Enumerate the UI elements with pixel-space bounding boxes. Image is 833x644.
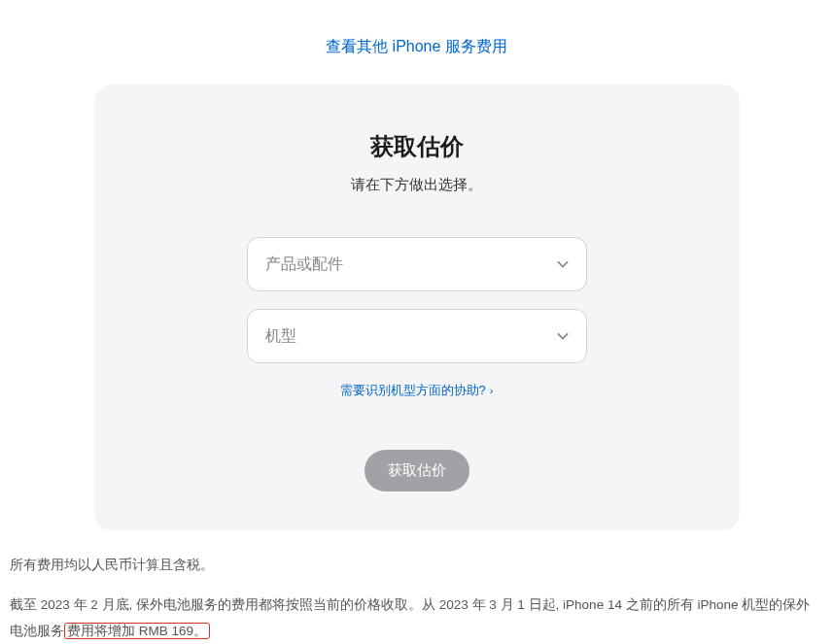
chevron-down-icon xyxy=(557,330,569,342)
identify-model-help-link[interactable]: 需要识别机型方面的协助?› xyxy=(340,383,494,397)
chevron-right-icon: › xyxy=(490,385,494,396)
product-select-placeholder: 产品或配件 xyxy=(265,254,343,275)
card-subtitle: 请在下方做出选择。 xyxy=(133,176,701,194)
other-service-fees-link[interactable]: 查看其他 iPhone 服务费用 xyxy=(326,38,507,54)
card-title: 获取估价 xyxy=(133,131,701,162)
help-link-label: 需要识别机型方面的协助? xyxy=(340,383,486,397)
footer-line-1: 所有费用均以人民币计算且含税。 xyxy=(10,552,823,578)
product-select[interactable]: 产品或配件 xyxy=(247,237,587,291)
estimate-card: 获取估价 请在下方做出选择。 产品或配件 机型 需要识别机型方面的协助?› 获取… xyxy=(94,85,740,530)
top-link-container: 查看其他 iPhone 服务费用 xyxy=(0,0,833,85)
help-link-container: 需要识别机型方面的协助?› xyxy=(133,381,701,399)
get-estimate-button[interactable]: 获取估价 xyxy=(364,450,469,491)
chevron-down-icon xyxy=(557,258,569,270)
product-select-wrapper: 产品或配件 xyxy=(247,237,587,291)
price-increase-highlight: 费用将增加 RMB 169。 xyxy=(64,623,210,639)
footer-text: 所有费用均以人民币计算且含税。 截至 2023 年 2 月底, 保外电池服务的费… xyxy=(0,530,833,644)
model-select-placeholder: 机型 xyxy=(265,326,296,347)
model-select[interactable]: 机型 xyxy=(247,309,587,363)
model-select-wrapper: 机型 xyxy=(247,309,587,363)
footer-line-2: 截至 2023 年 2 月底, 保外电池服务的费用都将按照当前的价格收取。从 2… xyxy=(10,592,823,644)
